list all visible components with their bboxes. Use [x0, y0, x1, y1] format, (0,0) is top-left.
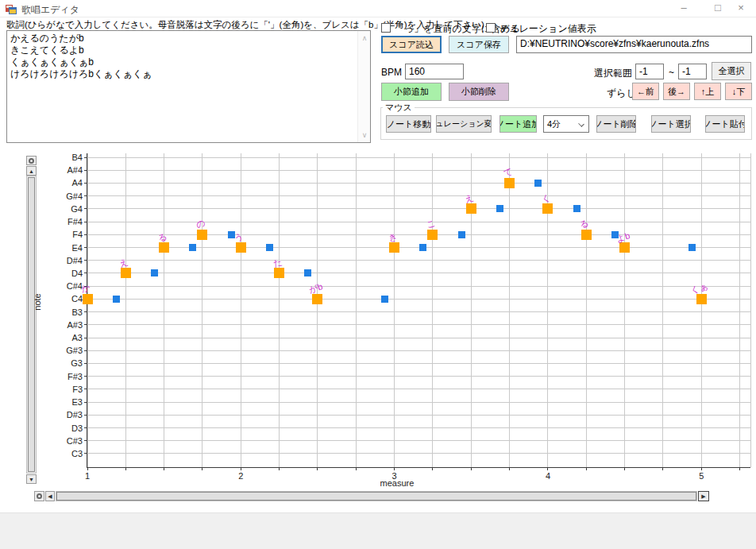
note-start-marker[interactable]: [159, 242, 169, 253]
note-select-button[interactable]: ノート選択: [651, 115, 691, 133]
gear-icon: [29, 158, 34, 164]
note-end-marker[interactable]: [458, 231, 465, 238]
x-tick: [164, 467, 164, 470]
note-start-marker[interactable]: [83, 294, 93, 304]
note-end-marker[interactable]: [419, 244, 426, 251]
title-bar: 歌唱エディタ – □ ×: [0, 0, 756, 17]
note-start-marker[interactable]: [389, 242, 399, 253]
note-end-marker[interactable]: [534, 180, 542, 187]
note-end-marker[interactable]: [113, 296, 120, 303]
x-tick: [586, 467, 587, 470]
y-tick-label: G#3: [49, 346, 83, 355]
add-measure-button[interactable]: 小節追加: [381, 83, 442, 101]
gridline-v: [701, 153, 702, 467]
timeline-settings-button[interactable]: [34, 491, 44, 501]
note-start-marker[interactable]: [619, 242, 630, 253]
scroll-down-button[interactable]: ▼: [26, 474, 37, 484]
note-start-marker[interactable]: [312, 294, 322, 304]
gridline-v: [509, 153, 510, 467]
horizontal-scrollbar-track[interactable]: [56, 491, 697, 501]
note-start-marker[interactable]: [197, 230, 207, 240]
note-end-marker[interactable]: [611, 231, 619, 238]
note-paste-button[interactable]: ノート貼付: [705, 115, 745, 133]
note-end-marker[interactable]: [573, 205, 580, 212]
gridline-h: [87, 222, 750, 222]
x-tick: [662, 467, 663, 470]
score-save-button[interactable]: スコア保存: [449, 36, 509, 53]
gridline-v: [241, 153, 241, 467]
gridline-v: [87, 153, 88, 467]
scroll-down-icon[interactable]: ∨: [358, 131, 371, 139]
y-tick-label: B3: [49, 307, 83, 317]
show-duration-checkbox[interactable]: [486, 23, 496, 33]
gear-icon: [37, 493, 42, 499]
note-start-marker[interactable]: [427, 230, 438, 240]
piano-roll-settings-button[interactable]: [26, 156, 37, 165]
note-start-marker[interactable]: [121, 268, 131, 278]
remove-measure-button[interactable]: 小節削除: [449, 83, 509, 101]
note-end-marker[interactable]: [381, 296, 388, 303]
lyrics-scrollbar[interactable]: ∧ ∨: [357, 31, 370, 142]
note-end-marker[interactable]: [228, 231, 235, 238]
y-tick: [84, 363, 87, 364]
note-start-marker[interactable]: [466, 203, 476, 214]
close-button[interactable]: ×: [728, 0, 754, 17]
note-add-button[interactable]: ノート追加: [499, 115, 537, 133]
minimize-button[interactable]: –: [671, 0, 696, 17]
selection-from-input[interactable]: -1: [635, 64, 664, 79]
scroll-left-button[interactable]: ◀: [45, 491, 55, 501]
maximize-button[interactable]: □: [705, 0, 731, 17]
y-tick: [84, 324, 87, 325]
duration-change-button[interactable]: デュレーション変更: [436, 115, 492, 133]
note-end-marker[interactable]: [189, 244, 196, 251]
x-tick: [394, 467, 395, 470]
shift-prev-button[interactable]: ←前: [632, 83, 659, 100]
note-length-select[interactable]: 4分: [543, 115, 589, 133]
select-all-button[interactable]: 全選択: [712, 62, 751, 80]
y-tick-label: F#4: [49, 217, 83, 226]
gridline-v: [739, 153, 740, 467]
selection-to-input[interactable]: -1: [678, 64, 707, 79]
vertical-scrollbar-thumb[interactable]: [28, 177, 35, 472]
note-delete-button[interactable]: ノート削除: [596, 115, 636, 133]
include-tsu-checkbox[interactable]: [381, 23, 391, 33]
scroll-up-icon[interactable]: ∧: [358, 34, 371, 42]
scroll-right-button[interactable]: ▶: [698, 491, 709, 501]
bpm-input[interactable]: 160: [405, 64, 464, 79]
note-end-marker[interactable]: [304, 269, 311, 276]
y-tick-label: E4: [49, 243, 83, 253]
y-tick-label: E3: [49, 397, 83, 407]
y-tick: [84, 286, 87, 287]
plot-right-edge: [750, 153, 751, 467]
note-start-marker[interactable]: [542, 203, 553, 214]
gridline-h: [87, 195, 750, 196]
scroll-up-button[interactable]: ▲: [26, 166, 37, 176]
horizontal-scrollbar-thumb[interactable]: [56, 492, 696, 501]
note-end-marker[interactable]: [266, 244, 273, 251]
score-load-button[interactable]: スコア読込: [381, 36, 442, 53]
lyrics-textarea[interactable]: かえるのうたがb きこえてくるよb くぁくぁくぁくぁb けろけろけろけろbくぁく…: [6, 30, 371, 143]
note-end-marker[interactable]: [151, 269, 158, 276]
shift-up-button[interactable]: ↑上: [694, 83, 721, 100]
note-start-marker[interactable]: [504, 178, 515, 188]
x-tick: [547, 467, 548, 470]
score-path-input[interactable]: D:¥NEUTRINO¥score¥zfns¥kaerunouta.zfns: [516, 36, 752, 53]
note-end-marker[interactable]: [496, 205, 503, 212]
y-tick-label: A#3: [49, 320, 83, 330]
shift-next-button[interactable]: 後→: [663, 83, 690, 100]
note-move-button[interactable]: ノート移動: [386, 115, 431, 133]
y-tick-label: F4: [49, 230, 83, 239]
note-start-marker[interactable]: [236, 242, 246, 253]
selection-tilde-label: ~: [669, 67, 674, 78]
note-start-marker[interactable]: [581, 230, 592, 240]
gridline-v: [471, 153, 472, 467]
shift-down-button[interactable]: ↓下: [725, 83, 752, 100]
x-tick: [432, 467, 433, 470]
gridline-h: [87, 273, 750, 273]
note-length-value: 4分: [547, 118, 561, 130]
y-tick-label: D#3: [49, 410, 83, 419]
note-start-marker[interactable]: [274, 268, 284, 278]
note-end-marker[interactable]: [688, 244, 696, 251]
note-start-marker[interactable]: [696, 294, 707, 304]
vertical-scrollbar-track[interactable]: [26, 176, 37, 474]
